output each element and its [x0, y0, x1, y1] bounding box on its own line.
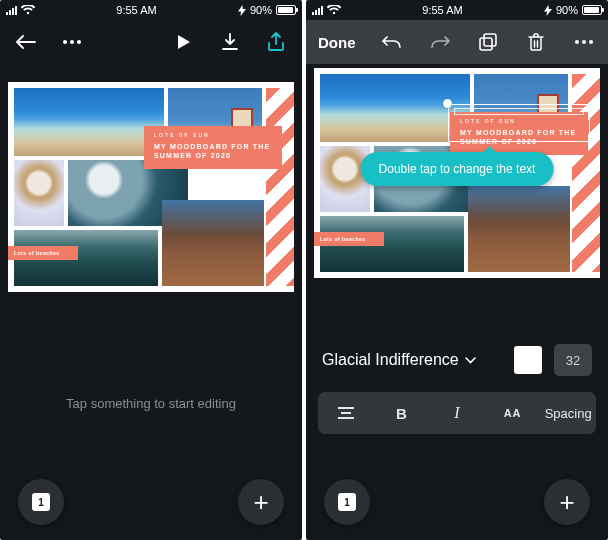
moodboard-canvas[interactable]: LOTS OF SUN MY MOODBOARD FOR THE SUMMER …: [8, 82, 294, 292]
phone-view-mode: 9:55 AM 90%: [0, 0, 302, 540]
svg-point-2: [77, 40, 81, 44]
svg-rect-3: [480, 38, 492, 50]
font-picker[interactable]: Glacial Indifference: [322, 351, 502, 369]
svg-point-0: [63, 40, 67, 44]
undo-button[interactable]: [380, 20, 404, 64]
beaches-text-box[interactable]: Lots of beaches: [8, 246, 78, 260]
align-center-icon: [338, 407, 354, 419]
svg-point-7: [589, 40, 593, 44]
duplicate-button[interactable]: [476, 20, 500, 64]
wifi-icon: [327, 5, 341, 15]
format-strip: B I AA Spacing: [318, 392, 596, 434]
edit-tooltip: Double tap to change the text: [361, 152, 554, 186]
more-button[interactable]: [60, 20, 84, 64]
battery-pct: 90%: [556, 4, 578, 16]
title-text-box[interactable]: LOTS OF SUN MY MOODBOARD FOR THE SUMMER …: [144, 126, 282, 169]
page-number: 1: [338, 493, 356, 511]
svg-rect-4: [484, 34, 496, 46]
selection-handle[interactable]: [443, 99, 452, 108]
pages-button[interactable]: 1: [324, 479, 370, 525]
beaches-text-box[interactable]: Lots of beaches: [314, 232, 384, 246]
status-bar: 9:55 AM 90%: [0, 0, 302, 20]
wifi-icon: [21, 5, 35, 15]
pages-button[interactable]: 1: [18, 479, 64, 525]
svg-point-1: [70, 40, 74, 44]
toolbar-edit: Done: [306, 20, 608, 64]
play-button[interactable]: [172, 20, 196, 64]
page-number: 1: [32, 493, 50, 511]
battery-icon: [582, 5, 602, 15]
done-button[interactable]: Done: [318, 20, 356, 64]
bottom-bar: 1 +: [306, 464, 608, 540]
status-bar: 9:55 AM 90%: [306, 0, 608, 20]
download-button[interactable]: [218, 20, 242, 64]
subhead-text: LOTS OF SUN: [154, 132, 272, 139]
status-time: 9:55 AM: [341, 4, 544, 16]
add-button[interactable]: +: [238, 479, 284, 525]
canvas-area[interactable]: LOTS OF SUN MY MOODBOARD FOR THE SUMMER …: [306, 64, 608, 314]
moodboard-canvas[interactable]: LOTS OF SUN MY MOODBOARD FOR THE SUMMER …: [314, 68, 600, 278]
font-size-box[interactable]: 32: [554, 344, 592, 376]
battery-pct: 90%: [250, 4, 272, 16]
caps-button[interactable]: AA: [485, 392, 541, 434]
back-button[interactable]: [14, 20, 38, 64]
bottom-bar: 1 +: [0, 464, 302, 540]
phone-edit-mode: 9:55 AM 90% Done: [306, 0, 608, 540]
color-swatch[interactable]: [514, 346, 542, 374]
svg-point-6: [582, 40, 586, 44]
charging-icon: [544, 5, 552, 16]
battery-icon: [276, 5, 296, 15]
chevron-down-icon: [465, 357, 476, 364]
align-button[interactable]: [318, 392, 374, 434]
title-line1: MY MOODBOARD FOR THE: [154, 142, 272, 151]
more-button[interactable]: [572, 20, 596, 64]
bold-button[interactable]: B: [374, 392, 430, 434]
svg-point-5: [575, 40, 579, 44]
toolbar-view: [0, 20, 302, 64]
spacing-button[interactable]: Spacing: [540, 392, 596, 434]
italic-button[interactable]: I: [429, 392, 485, 434]
share-button[interactable]: [264, 20, 288, 64]
add-button[interactable]: +: [544, 479, 590, 525]
signal-icon: [6, 6, 17, 15]
redo-button[interactable]: [428, 20, 452, 64]
title-line2: SUMMER OF 2020: [154, 151, 272, 160]
font-strip: Glacial Indifference 32: [306, 330, 608, 390]
delete-button[interactable]: [524, 20, 548, 64]
charging-icon: [238, 5, 246, 16]
canvas-area[interactable]: LOTS OF SUN MY MOODBOARD FOR THE SUMMER …: [0, 64, 302, 394]
status-time: 9:55 AM: [35, 4, 238, 16]
signal-icon: [312, 6, 323, 15]
font-name-label: Glacial Indifference: [322, 351, 459, 369]
editing-hint: Tap something to start editing: [0, 396, 302, 411]
selection-frame[interactable]: [448, 104, 590, 142]
